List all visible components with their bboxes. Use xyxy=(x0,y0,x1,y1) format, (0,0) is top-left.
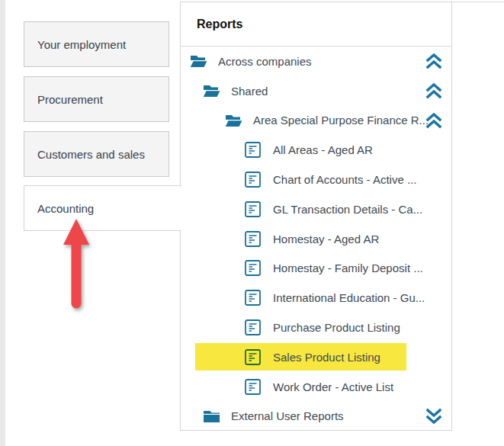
tree-item-label: International Education - Gu... xyxy=(273,291,425,304)
tree-item-across-companies[interactable]: Across companies xyxy=(181,47,451,76)
report-icon xyxy=(245,172,261,188)
open-folder-icon xyxy=(190,54,207,68)
report-icon xyxy=(245,260,261,276)
tree-item-shared[interactable]: Shared xyxy=(181,76,451,106)
left-edge-strip xyxy=(0,0,5,446)
open-folder-icon xyxy=(203,84,220,98)
top-divider xyxy=(452,2,504,2)
sidebar-item-label: Procurement xyxy=(37,93,103,106)
collapse-chevron-icon[interactable] xyxy=(425,112,443,129)
tree-item-homestay-aged-ar[interactable]: Homestay - Aged AR xyxy=(181,224,451,254)
sidebar-item-label: Your employment xyxy=(37,38,126,51)
tree-item-sales-product-listing[interactable]: Sales Product Listing xyxy=(181,342,451,372)
expand-chevron-icon[interactable] xyxy=(425,408,443,425)
open-folder-icon xyxy=(225,114,242,127)
report-icon xyxy=(245,319,261,335)
tree-item-chart-of-accounts[interactable]: Chart of Accounts - Active ... xyxy=(181,165,451,194)
sidebar-item-label: Accounting xyxy=(37,202,94,215)
report-icon xyxy=(245,379,261,395)
report-icon xyxy=(245,290,261,306)
page-title: Reports xyxy=(181,2,451,47)
tree-item-gl-transaction-details[interactable]: GL Transaction Details - Ca... xyxy=(181,194,451,224)
report-icon xyxy=(245,201,261,217)
tree-item-purchase-product-listing[interactable]: Purchase Product Listing xyxy=(181,313,451,342)
tree-item-label: GL Transaction Details - Ca... xyxy=(273,203,422,216)
reports-tree: Across companies Shared xyxy=(181,47,451,431)
tree-item-label: Purchase Product Listing xyxy=(273,321,400,334)
tree-item-label: All Areas - Aged AR xyxy=(273,143,373,156)
sidebar-item-customers-and-sales[interactable]: Customers and sales xyxy=(24,131,169,177)
collapse-chevron-icon[interactable] xyxy=(425,53,443,69)
annotation-arrow-icon xyxy=(61,217,91,313)
tree-item-homestay-family-deposit[interactable]: Homestay - Family Deposit ... xyxy=(181,254,451,284)
sidebar-item-accounting-active[interactable]: Accounting xyxy=(24,185,181,231)
tree-item-label: Across companies xyxy=(218,55,312,68)
tree-item-area-special-purpose[interactable]: Area Special Purpose Finance R... xyxy=(181,106,451,136)
reports-panel: Reports Across companies xyxy=(180,2,452,431)
tree-item-label: Chart of Accounts - Active ... xyxy=(273,173,416,186)
tree-item-label: Homestay - Aged AR xyxy=(273,233,379,245)
closed-folder-icon xyxy=(203,409,220,423)
report-icon xyxy=(245,142,261,158)
tree-item-label: External User Reports xyxy=(231,409,344,422)
report-icon xyxy=(245,231,261,247)
tree-item-label: Work Order - Active List xyxy=(273,380,393,393)
collapse-chevron-icon[interactable] xyxy=(425,82,443,99)
tree-item-work-order-active-list[interactable]: Work Order - Active List xyxy=(181,372,451,402)
tree-item-external-user-reports[interactable]: External User Reports xyxy=(181,402,451,432)
sidebar-item-procurement[interactable]: Procurement xyxy=(24,76,169,122)
tree-item-label: Shared xyxy=(231,85,268,98)
tree-item-all-areas-aged-ar[interactable]: All Areas - Aged AR xyxy=(181,135,451,165)
tree-item-label: Area Special Purpose Finance R... xyxy=(253,114,429,127)
tree-item-label: Sales Product Listing xyxy=(273,351,380,364)
tree-item-label: Homestay - Family Deposit ... xyxy=(273,262,423,274)
tree-item-international-education[interactable]: International Education - Gu... xyxy=(181,283,451,313)
report-icon xyxy=(245,349,261,365)
sidebar-item-label: Customers and sales xyxy=(37,148,145,161)
sidebar-item-your-employment[interactable]: Your employment xyxy=(24,21,169,67)
